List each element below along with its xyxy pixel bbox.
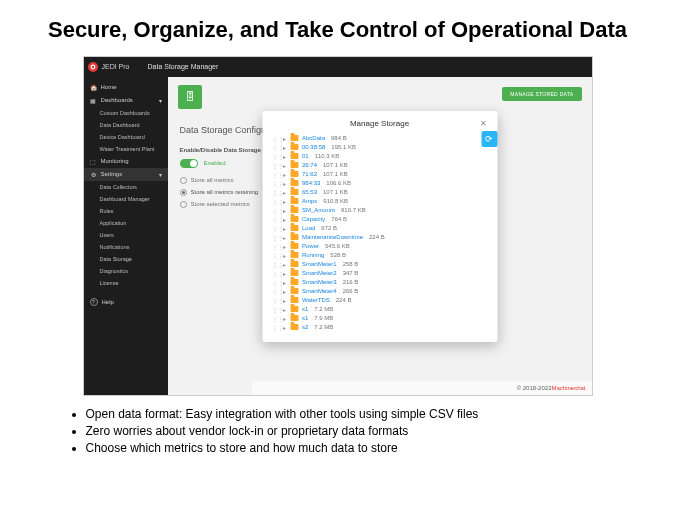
chevron-right-icon[interactable]: ▸ xyxy=(281,180,287,187)
drag-handle-icon[interactable]: ⋮⋮ xyxy=(272,162,278,169)
drag-handle-icon[interactable]: ⋮⋮ xyxy=(272,144,278,151)
chevron-right-icon[interactable]: ▸ xyxy=(281,234,287,241)
drag-handle-icon[interactable]: ⋮⋮ xyxy=(272,261,278,268)
drag-handle-icon[interactable]: ⋮⋮ xyxy=(272,288,278,295)
tree-row[interactable]: ⋮⋮▸WaterTDS224 B xyxy=(272,296,487,305)
drag-handle-icon[interactable]: ⋮⋮ xyxy=(272,324,278,331)
drag-handle-icon[interactable]: ⋮⋮ xyxy=(272,279,278,286)
chevron-right-icon[interactable]: ▸ xyxy=(281,135,287,142)
chevron-right-icon[interactable]: ▸ xyxy=(281,171,287,178)
chevron-right-icon[interactable]: ▸ xyxy=(281,243,287,250)
chevron-right-icon[interactable]: ▸ xyxy=(281,189,287,196)
sidebar-item-home[interactable]: 🏠 Home xyxy=(84,81,168,94)
tree-item-name: AbcData xyxy=(302,135,325,141)
radio-icon xyxy=(180,201,187,208)
sidebar-item-settings[interactable]: ⚙ Settings ▾ xyxy=(84,168,168,181)
sidebar-sub-dashboard-manager[interactable]: Dashboard Manager xyxy=(84,193,168,205)
drag-handle-icon[interactable]: ⋮⋮ xyxy=(272,198,278,205)
drag-handle-icon[interactable]: ⋮⋮ xyxy=(272,315,278,322)
chevron-right-icon[interactable]: ▸ xyxy=(281,198,287,205)
refresh-button[interactable]: ⟳ xyxy=(481,131,497,147)
tree-row[interactable]: ⋮⋮▸s17.2 MB xyxy=(272,305,487,314)
tree-row[interactable]: ⋮⋮▸26:74107.1 KB xyxy=(272,161,487,170)
chevron-right-icon[interactable]: ▸ xyxy=(281,207,287,214)
drag-handle-icon[interactable]: ⋮⋮ xyxy=(272,135,278,142)
tree-row[interactable]: ⋮⋮▸s17.9 MB xyxy=(272,314,487,323)
chevron-right-icon[interactable]: ▸ xyxy=(281,315,287,322)
chevron-right-icon[interactable]: ▸ xyxy=(281,216,287,223)
enable-toggle[interactable] xyxy=(180,159,198,168)
tree-row[interactable]: ⋮⋮▸Amps910.8 KB xyxy=(272,197,487,206)
tree-row[interactable]: ⋮⋮▸00:38:58195.1 KB xyxy=(272,143,487,152)
chevron-right-icon[interactable]: ▸ xyxy=(281,324,287,331)
tree-row[interactable]: ⋮⋮▸SmartMeter4266 B xyxy=(272,287,487,296)
drag-handle-icon[interactable]: ⋮⋮ xyxy=(272,207,278,214)
sidebar-sub-notifications[interactable]: Notifications xyxy=(84,241,168,253)
sidebar-item-monitoring[interactable]: ⬚ Monitoring xyxy=(84,155,168,168)
sidebar-sub-data-storage[interactable]: Data Storage xyxy=(84,253,168,265)
drag-handle-icon[interactable]: ⋮⋮ xyxy=(272,234,278,241)
sidebar-sub-custom-dashboards[interactable]: Custom Dashboards xyxy=(84,107,168,119)
sidebar-sub-users[interactable]: Users xyxy=(84,229,168,241)
radio-store-all[interactable]: Store all metrics xyxy=(180,177,234,184)
drag-handle-icon[interactable]: ⋮⋮ xyxy=(272,270,278,277)
tree-row[interactable]: ⋮⋮▸Running528 B xyxy=(272,251,487,260)
tree-row[interactable]: ⋮⋮▸MaintenanceDowntime224 B xyxy=(272,233,487,242)
tree-item-size: 910.8 KB xyxy=(323,198,348,204)
sidebar-sub-application[interactable]: Application xyxy=(84,217,168,229)
drag-handle-icon[interactable]: ⋮⋮ xyxy=(272,180,278,187)
tree-row[interactable]: ⋮⋮▸SmartMeter1258 B xyxy=(272,260,487,269)
tree-row[interactable]: ⋮⋮▸01110.3 KB xyxy=(272,152,487,161)
drag-handle-icon[interactable]: ⋮⋮ xyxy=(272,297,278,304)
sidebar-sub-data-collectors[interactable]: Data Collectors xyxy=(84,181,168,193)
tree-row[interactable]: ⋮⋮▸71:62107.1 KB xyxy=(272,170,487,179)
chevron-right-icon[interactable]: ▸ xyxy=(281,252,287,259)
sidebar-sub-diagnostics[interactable]: Diagnostics xyxy=(84,265,168,277)
sidebar-item-help[interactable]: ? Help xyxy=(84,295,168,309)
manage-stored-data-button[interactable]: MANAGE STORED DATA xyxy=(502,87,581,101)
drag-handle-icon[interactable]: ⋮⋮ xyxy=(272,252,278,259)
chevron-right-icon[interactable]: ▸ xyxy=(281,288,287,295)
tree-row[interactable]: ⋮⋮▸s27.2 MB xyxy=(272,323,487,332)
tree-row[interactable]: ⋮⋮▸AbcData984 B xyxy=(272,134,487,143)
chevron-right-icon[interactable]: ▸ xyxy=(281,279,287,286)
drag-handle-icon[interactable]: ⋮⋮ xyxy=(272,306,278,313)
drag-handle-icon[interactable]: ⋮⋮ xyxy=(272,153,278,160)
tree-row[interactable]: ⋮⋮▸Power545.6 KB xyxy=(272,242,487,251)
tree-item-name: 01 xyxy=(302,153,309,159)
drag-handle-icon[interactable]: ⋮⋮ xyxy=(272,225,278,232)
chevron-right-icon[interactable]: ▸ xyxy=(281,306,287,313)
tree-item-size: 107.1 KB xyxy=(323,171,348,177)
tree-row[interactable]: ⋮⋮▸Load672 B xyxy=(272,224,487,233)
storage-tile-icon: 🗄 xyxy=(178,85,202,109)
sidebar-sub-license[interactable]: License xyxy=(84,277,168,289)
sidebar-sub-water-plant[interactable]: Water Treatment Plant xyxy=(84,143,168,155)
radio-store-retaining[interactable]: Store all metrics retaining 30 xyxy=(180,189,270,196)
chevron-right-icon[interactable]: ▸ xyxy=(281,261,287,268)
tree-row[interactable]: ⋮⋮▸SmartMeter3216 B xyxy=(272,278,487,287)
drag-handle-icon[interactable]: ⋮⋮ xyxy=(272,216,278,223)
chevron-right-icon[interactable]: ▸ xyxy=(281,297,287,304)
tree-row[interactable]: ⋮⋮▸SmartMeter2347 B xyxy=(272,269,487,278)
sidebar-sub-data-dashboard[interactable]: Data Dashboard xyxy=(84,119,168,131)
chevron-right-icon[interactable]: ▸ xyxy=(281,162,287,169)
chevron-right-icon[interactable]: ▸ xyxy=(281,270,287,277)
tree-row[interactable]: ⋮⋮▸Capacity764 B xyxy=(272,215,487,224)
drag-handle-icon[interactable]: ⋮⋮ xyxy=(272,243,278,250)
folder-icon xyxy=(290,243,298,249)
tree-row[interactable]: ⋮⋮▸984:33106.6 KB xyxy=(272,179,487,188)
tree-row[interactable]: ⋮⋮▸SM_Amount910.7 KB xyxy=(272,206,487,215)
sidebar-sub-device-dashboard[interactable]: Device Dashboard xyxy=(84,131,168,143)
sidebar-item-dashboards[interactable]: ▦ Dashboards ▾ xyxy=(84,94,168,107)
chevron-right-icon[interactable]: ▸ xyxy=(281,225,287,232)
drag-handle-icon[interactable]: ⋮⋮ xyxy=(272,189,278,196)
drag-handle-icon[interactable]: ⋮⋮ xyxy=(272,171,278,178)
sidebar-sub-rules[interactable]: Rules xyxy=(84,205,168,217)
close-icon[interactable]: ✕ xyxy=(480,119,487,128)
tree-item-size: 545.6 KB xyxy=(325,243,350,249)
chevron-right-icon[interactable]: ▸ xyxy=(281,144,287,151)
tree-row[interactable]: ⋮⋮▸65:53107.1 KB xyxy=(272,188,487,197)
chevron-right-icon[interactable]: ▸ xyxy=(281,153,287,160)
tree-item-size: 258 B xyxy=(343,261,359,267)
radio-store-selected[interactable]: Store selected metrics xyxy=(180,201,250,208)
